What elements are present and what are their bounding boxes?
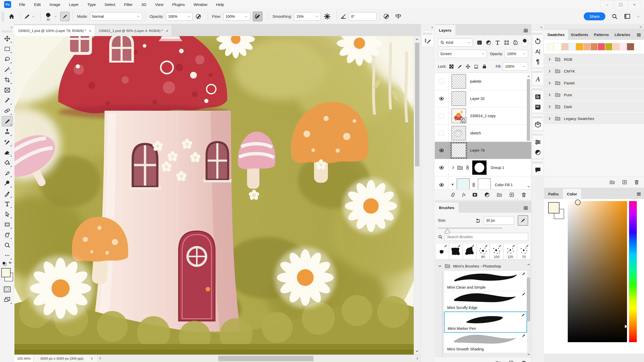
symmetry-butterfly-icon[interactable] [395,13,402,20]
paragraph-styles-panel-icon[interactable] [532,102,544,112]
layer-thumbnail[interactable] [452,143,466,158]
chevron-right-icon[interactable] [548,93,552,97]
smoothing-options-gear-icon[interactable] [324,13,331,20]
share-button[interactable]: Share [584,12,605,20]
brush-tool[interactable] [2,116,13,126]
menu-edit[interactable]: Edit [30,0,45,9]
canvas-artwork[interactable] [14,36,420,355]
filter-adjustment-layers-icon[interactable] [486,40,491,45]
healing-brush-tool[interactable] [2,106,12,116]
visibility-toggle[interactable] [435,159,448,176]
recent-brush-tile[interactable] [435,243,449,260]
strip-expand-icon[interactable]: « [531,24,544,30]
chevron-right-icon[interactable] [548,117,552,120]
delete-layer-icon[interactable] [521,192,527,197]
airbrush-toggle[interactable] [253,12,262,21]
visibility-toggle[interactable] [435,176,448,189]
frame-tool[interactable] [2,85,12,95]
brush-item-smooth-shading[interactable]: Mimi Smooth Shading [444,333,527,353]
visibility-toggle[interactable] [435,125,448,142]
layer-row-layer32[interactable]: Layer 32 [435,90,531,107]
filter-smart-object-icon[interactable] [513,40,518,45]
layer-name[interactable]: sketch [470,131,481,135]
hscroll-thumb[interactable] [218,356,313,361]
zoom-level-field[interactable]: 100.44% [14,355,33,362]
layer-name[interactable]: Layer 79 [470,148,485,152]
window-maximize-button[interactable]: ▢ [614,0,628,9]
dodge-tool[interactable] [2,178,12,188]
mask-thumbnail[interactable] [478,178,491,189]
menu-3d[interactable]: 3D [137,0,151,9]
swatches-tab[interactable]: Swatches [544,30,568,40]
swatch-color[interactable] [620,43,627,50]
brush-settings-panel-toggle[interactable] [60,12,70,21]
new-brush-icon[interactable] [509,360,514,362]
history-panel-icon[interactable] [532,36,544,46]
layers-fill-select[interactable]: 100% [503,62,528,71]
menu-help[interactable]: Help [212,0,228,9]
menu-file[interactable]: File [15,0,30,9]
group-mask-thumbnail[interactable] [472,160,487,175]
swatch-color[interactable] [547,43,554,50]
pen-tool[interactable] [2,189,12,199]
flow-select[interactable]: 100% [223,12,250,21]
quick-mask-button[interactable] [2,285,12,294]
filter-type-layers-icon[interactable] [495,40,500,45]
opacity-select[interactable]: 100% [166,12,193,21]
menu-layer[interactable]: Layer [65,0,83,9]
swatch-folder-pastel[interactable]: Pastel [544,77,644,89]
workspace-switcher-icon[interactable] [624,13,631,20]
scroll-up-icon[interactable] [527,75,530,78]
strip-expand-icon[interactable]: « [421,24,435,30]
photoshop-logo[interactable]: Ps [4,1,11,8]
brush-size-slider[interactable] [435,226,531,230]
visibility-toggle[interactable] [435,90,448,107]
screen-mode-button[interactable] [2,295,12,305]
canvas-vertical-scrollbar[interactable] [414,36,421,355]
layer-row-palette[interactable]: palette [435,73,531,90]
patterns-tab[interactable]: Patterns [591,30,612,40]
rotate-view-tool[interactable] [2,230,12,240]
workspace-chevron-icon[interactable] [637,15,640,18]
vscroll-thumb[interactable] [415,43,419,166]
brush-preset-chevron-icon[interactable] [32,15,35,18]
menu-type[interactable]: Type [83,0,100,9]
document-tab-active[interactable]: 230820_1.psd @ 100% (Layer 79, RGB/8) * … [14,25,95,36]
brush-settings-panel-icon[interactable] [422,36,434,46]
zoom-tool[interactable] [2,240,12,250]
chevron-right-icon[interactable] [548,69,552,73]
folder-expanded-chevron-icon[interactable] [438,264,442,268]
layer-filter-toggle[interactable] [522,38,528,47]
layers-scrollbar[interactable] [527,74,531,188]
toolbar-drag-handle[interactable] [2,30,12,32]
blend-mode-layers-select[interactable]: Screen [438,50,487,58]
tab-close-icon[interactable]: × [166,29,168,33]
paths-tab[interactable]: Paths [544,189,563,199]
layers-panel-tab[interactable]: Layers [435,25,455,35]
new-swatch-group-icon[interactable] [609,179,615,185]
scroll-up-icon[interactable] [527,263,530,266]
clone-stamp-tool[interactable] [2,127,12,137]
paragraph-panel-icon[interactable]: ¶ [532,57,544,67]
swatch-folder-dark[interactable]: Dark [544,101,644,113]
crop-tool[interactable] [2,75,12,85]
swatch-color[interactable] [634,43,641,50]
swatch-color[interactable] [612,43,620,50]
swatch-color[interactable] [605,43,612,50]
new-adjustment-layer-icon[interactable] [484,192,490,197]
smudge-tool[interactable] [2,168,12,178]
recent-brush-tile[interactable]: 90 [476,243,490,260]
blend-mode-select[interactable]: Normal [90,12,142,21]
tab-close-icon[interactable]: × [89,29,91,33]
new-swatch-icon[interactable] [622,179,627,185]
libraries-tab[interactable]: Libraries [612,30,633,40]
path-selection-tool[interactable] [2,209,12,219]
layer-thumbnail[interactable] [452,126,466,140]
layer-row-230814-copy[interactable]: 230814_1 copy [435,107,531,125]
marquee-tool[interactable] [2,44,12,54]
scroll-down-icon[interactable] [415,349,419,353]
brush-size-field[interactable]: 30 px [484,216,514,225]
layer-thumbnail[interactable] [452,74,466,89]
filter-image-layers-icon[interactable] [477,40,482,45]
pressure-opacity-icon[interactable] [195,13,202,20]
